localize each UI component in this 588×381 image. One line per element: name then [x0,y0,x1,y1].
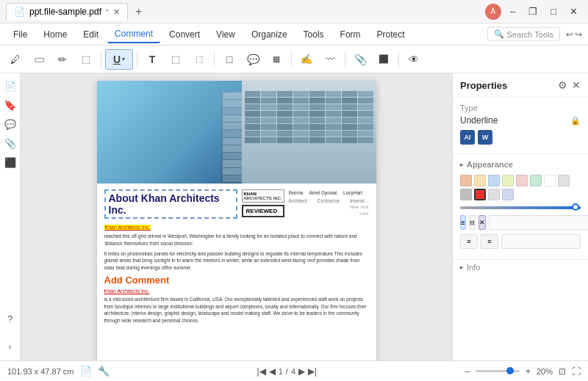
rectangle-tool-button[interactable]: □ [218,49,240,70]
eye-tool-button[interactable]: 👁 [403,49,425,70]
maximize-button[interactable]: □ [546,4,561,18]
redact-tool-button[interactable]: ⬛ [373,49,395,70]
content-area[interactable]: ⚙ [21,73,452,360]
appearance-collapse[interactable]: ▸ [460,161,464,168]
toolbar: 🖊 ▭ ✏ ⬚ U ▾ T ⬚ ⬚ □ 💬 ▦ ✍ 〰 📎 ⬛ [0,46,588,73]
color-swatch-11[interactable] [502,189,514,200]
color-swatch-2[interactable] [488,175,500,186]
zoom-out-button[interactable]: – [465,366,470,377]
color-swatch-3[interactable] [502,175,514,186]
pdf-content: About Khan Architects Inc. KHAN ARCHITEC… [97,184,376,330]
style-btn-2[interactable]: ✕ [478,215,486,230]
pen-icon: 🖊 [10,54,21,65]
fullscreen-button[interactable]: ⛶ [572,366,581,377]
stamp-tool-button[interactable]: ⬚ [188,49,210,70]
opacity-slider[interactable] [460,206,581,209]
red-company-link: Khan Architects Inc. [104,289,369,294]
menu-organize[interactable]: Organize [244,26,295,43]
toolbar-undo[interactable]: ↩ [566,29,573,40]
style-btn-0[interactable]: ≡ [460,215,466,230]
menu-view[interactable]: View [209,26,243,43]
new-tab-button[interactable]: + [131,4,146,20]
signature-tool-button[interactable]: ✍ [295,49,318,70]
callout-tool-button[interactable]: 💬 [242,49,264,70]
comments-panel-button[interactable]: 💬 [2,116,18,132]
ai-button[interactable]: AI [460,130,475,145]
style-input[interactable] [489,215,588,230]
color-swatch-6[interactable] [544,175,556,186]
last-page-button[interactable]: ▶| [308,366,317,377]
help-button[interactable]: ? [2,311,18,327]
menu-tools[interactable]: Tools [296,26,331,43]
color-swatch-0[interactable] [460,175,472,186]
menu-form[interactable]: Form [333,26,368,43]
text-tool-button[interactable]: T [141,49,163,70]
pages-icon: 📄 [4,81,16,92]
search-tools[interactable]: 🔍 Search Tools [487,27,560,41]
restore-button[interactable]: ❐ [524,4,542,18]
pen-tool-button[interactable]: 🖊 [4,49,26,70]
menu-protect[interactable]: Protect [370,26,412,43]
menu-edit[interactable]: Edit [76,26,106,43]
color-swatch-9[interactable] [474,189,486,200]
style-btn-1[interactable]: ⊟ [469,215,476,230]
stamp-icon: ⬚ [196,54,203,64]
style-btn-line-0[interactable]: ≡ [460,234,478,249]
type-section: Type Underline 🔒 AI W [453,98,588,153]
search-icon: 🔍 [494,29,504,39]
menu-convert[interactable]: Convert [162,26,207,43]
color-swatch-5[interactable] [530,175,542,186]
first-page-button[interactable]: |◀ [257,366,266,377]
pdf-tab[interactable]: 📄 ppt.file-sample.pdf * ✕ [6,3,128,20]
toolbar-redo[interactable]: ↪ [575,29,582,40]
drawing-tool-button[interactable]: 〰 [319,49,341,70]
highlight-tool-button[interactable]: ▭ [28,49,50,70]
properties-panel-header: Properties ⚙ ✕ [453,73,588,98]
textbox-tool-button[interactable]: ⬚ [165,49,187,70]
color-swatch-1[interactable] [474,175,486,186]
color-swatch-4[interactable] [516,175,528,186]
style-btn-line-1[interactable]: ≡ [481,234,498,249]
appearance-section: ▸ Appearance [453,154,588,259]
highlighted-company-name: Khan Architects Inc. [104,225,369,230]
lock-icon: 🔒 [570,116,581,126]
zoom-in-button[interactable]: + [526,366,531,377]
menu-file[interactable]: File [6,26,35,43]
prev-page-button[interactable]: ◀ [269,366,276,377]
collapse-left-button[interactable]: ‹ [2,338,18,355]
zoom-slider[interactable] [476,370,520,372]
pencil-tool-button[interactable]: ✏ [51,49,74,70]
attachments-panel-button[interactable]: 📎 [2,135,18,151]
eraser-tool-button[interactable]: ⬚ [75,49,97,70]
fit-page-button[interactable]: ⊡ [559,366,566,377]
type-label: Type [460,104,581,112]
sep3 [214,51,215,68]
tab-close-button[interactable]: ✕ [113,7,120,17]
body-text-3: is a mid-sized architecture firm based i… [104,296,369,324]
word-button[interactable]: W [478,130,492,145]
panel-close-button[interactable]: ✕ [572,79,581,91]
panel-settings-button[interactable]: ⚙ [558,79,567,91]
pages-panel-button[interactable]: 📄 [2,78,18,94]
layers-panel-button[interactable]: ⬛ [2,154,18,170]
close-button[interactable]: ✕ [565,4,582,18]
attach-tool-button[interactable]: 📎 [349,49,371,70]
next-page-button[interactable]: ▶ [298,366,305,377]
markup-tool-button[interactable]: ▦ [265,49,287,70]
page-total: 4 [291,367,295,376]
style-input-2[interactable] [501,234,581,249]
underline-tool-button[interactable]: U ▾ [105,49,133,70]
color-swatch-8[interactable] [460,189,472,200]
pencil-icon: ✏ [58,54,67,65]
menu-home[interactable]: Home [36,26,74,43]
color-swatch-10[interactable] [488,189,500,200]
pdf-main-title: About Khan Architects Inc. [104,189,237,219]
sep1 [101,51,101,68]
bookmarks-panel-button[interactable]: 🔖 [2,97,18,113]
minimize-button[interactable]: – [506,4,520,18]
info-collapse[interactable]: ▸ [460,264,464,271]
markup-icon: ▦ [273,54,280,64]
style-row-2: ≡ ≡ [460,234,581,249]
menu-comment[interactable]: Comment [107,26,160,43]
color-swatch-7[interactable] [558,175,570,186]
